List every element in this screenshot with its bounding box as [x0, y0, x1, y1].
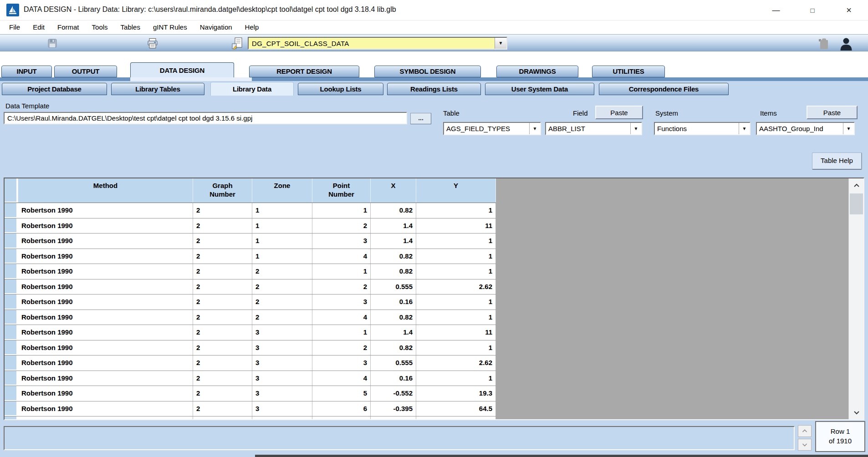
- cell-x[interactable]: 0.82: [371, 340, 416, 355]
- cell-zone[interactable]: 3: [252, 386, 312, 401]
- cell-zone[interactable]: 2: [252, 279, 312, 295]
- scroll-down-icon[interactable]: [849, 406, 864, 419]
- cell-method[interactable]: Robertson 1990: [18, 355, 193, 371]
- cell-point-number[interactable]: 3: [312, 234, 371, 249]
- scroll-up-icon[interactable]: [849, 178, 864, 192]
- table-dropdown[interactable]: AGS_FIELD_TYPES ▼: [443, 122, 541, 135]
- cell-method[interactable]: Robertson 1990: [18, 340, 193, 355]
- cell-graph-number[interactable]: 2: [193, 264, 252, 279]
- row-selector[interactable]: [5, 355, 18, 371]
- row-selector[interactable]: [5, 310, 18, 325]
- row-selector[interactable]: [5, 203, 18, 218]
- row-selector[interactable]: [5, 401, 18, 416]
- cell-method[interactable]: Robertson 1990: [18, 386, 193, 401]
- tab-symbol-design[interactable]: SYMBOL DESIGN: [374, 66, 481, 77]
- cell-y[interactable]: 11: [416, 325, 496, 340]
- cell-x[interactable]: 0.16: [371, 295, 416, 310]
- menu-item-tables[interactable]: Tables: [114, 21, 147, 34]
- maximize-button[interactable]: □: [800, 0, 825, 20]
- row-selector[interactable]: [5, 371, 18, 386]
- cell-zone[interactable]: 2: [252, 310, 312, 325]
- system-dropdown[interactable]: Functions ▼: [654, 122, 751, 135]
- table-help-button[interactable]: Table Help: [812, 152, 862, 170]
- chevron-down-icon[interactable]: ▼: [495, 38, 506, 49]
- close-button[interactable]: ×: [836, 0, 862, 20]
- cell-zone[interactable]: 1: [252, 218, 312, 234]
- menu-item-edit[interactable]: Edit: [26, 21, 51, 34]
- cell-point-number[interactable]: 2: [312, 218, 371, 234]
- subtab-user-system-data[interactable]: User System Data: [485, 83, 594, 95]
- cell-y[interactable]: [416, 416, 496, 419]
- row-selector[interactable]: [5, 340, 18, 355]
- cell-y[interactable]: 19.3: [416, 386, 496, 401]
- chevron-down-icon[interactable]: ▼: [843, 123, 854, 134]
- cell-graph-number[interactable]: 2: [193, 310, 252, 325]
- cell-method[interactable]: Robertson 1990: [18, 295, 193, 310]
- field-paste-button[interactable]: Paste: [595, 106, 643, 119]
- row-selector[interactable]: [5, 416, 18, 419]
- row-selector[interactable]: [5, 325, 18, 340]
- cell-point-number[interactable]: 6: [312, 401, 371, 416]
- print-icon[interactable]: [147, 37, 158, 51]
- chevron-down-icon[interactable]: ▼: [739, 123, 750, 134]
- cell-point-number[interactable]: 3: [312, 295, 371, 310]
- items-dropdown[interactable]: AASHTO_Group_Ind ▼: [756, 122, 855, 135]
- cell-y[interactable]: 64.5: [416, 401, 496, 416]
- cell-x[interactable]: 1.4: [371, 325, 416, 340]
- cell-method[interactable]: Robertson 1990: [18, 310, 193, 325]
- row-selector[interactable]: [5, 295, 18, 310]
- data-template-path-input[interactable]: [4, 112, 407, 124]
- field-dropdown[interactable]: ABBR_LIST ▼: [545, 122, 642, 135]
- scrollbar-thumb[interactable]: [850, 193, 863, 214]
- menu-item-navigation[interactable]: Navigation: [194, 21, 239, 34]
- cell-graph-number[interactable]: 2: [193, 249, 252, 264]
- cell-x[interactable]: 0.82: [371, 249, 416, 264]
- cell-x[interactable]: 0.555: [371, 279, 416, 295]
- cell-y[interactable]: 1: [416, 234, 496, 249]
- cell-graph-number[interactable]: 2: [193, 340, 252, 355]
- subtab-readings-lists[interactable]: Readings Lists: [387, 83, 481, 95]
- cell-x[interactable]: -0.395: [371, 401, 416, 416]
- cell-graph-number[interactable]: 2: [193, 218, 252, 234]
- cell-zone[interactable]: 3: [252, 401, 312, 416]
- cell-point-number[interactable]: 4: [312, 249, 371, 264]
- cell-point-number[interactable]: 2: [312, 279, 371, 295]
- subtab-correspondence-files[interactable]: Correspondence Files: [599, 83, 729, 95]
- cell-graph-number[interactable]: 2: [193, 401, 252, 416]
- chevron-down-icon[interactable]: ▼: [630, 123, 641, 134]
- cell-zone[interactable]: 2: [252, 264, 312, 279]
- cell-zone[interactable]: [252, 416, 312, 419]
- tab-data-design[interactable]: DATA DESIGN: [130, 62, 234, 77]
- user-icon[interactable]: [839, 36, 853, 52]
- cell-zone[interactable]: 1: [252, 203, 312, 218]
- cell-zone[interactable]: 3: [252, 371, 312, 386]
- vertical-scrollbar[interactable]: [848, 178, 863, 419]
- tab-utilities[interactable]: UTILITIES: [592, 66, 665, 77]
- tab-output[interactable]: OUTPUT: [54, 66, 117, 77]
- cell-zone[interactable]: 2: [252, 295, 312, 310]
- cell-point-number[interactable]: 1: [312, 203, 371, 218]
- chevron-down-icon[interactable]: ▼: [529, 123, 540, 134]
- cell-y[interactable]: 1: [416, 203, 496, 218]
- cell-y[interactable]: 2.62: [416, 279, 496, 295]
- subtab-lookup-lists[interactable]: Lookup Lists: [298, 83, 383, 95]
- cell-y[interactable]: 1: [416, 295, 496, 310]
- cell-graph-number[interactable]: 2: [193, 203, 252, 218]
- row-selector[interactable]: [5, 386, 18, 401]
- row-selector[interactable]: [5, 264, 18, 279]
- cell-graph-number[interactable]: 2: [193, 355, 252, 371]
- cell-x[interactable]: 0.82: [371, 203, 416, 218]
- cell-point-number[interactable]: 2: [312, 340, 371, 355]
- subtab-library-tables[interactable]: Library Tables: [111, 83, 204, 95]
- cell-method[interactable]: Robertson 1990: [18, 203, 193, 218]
- row-selector[interactable]: [5, 218, 18, 234]
- table-selector-combobox[interactable]: DG_CPT_SOIL_CLASS_DATA ▼: [248, 37, 507, 50]
- menu-item-tools[interactable]: Tools: [86, 21, 114, 34]
- subtab-library-data[interactable]: Library Data: [210, 82, 294, 96]
- cell-x[interactable]: 1.4: [371, 218, 416, 234]
- menu-item-format[interactable]: Format: [51, 21, 86, 34]
- cell-y[interactable]: 1: [416, 249, 496, 264]
- cell-y[interactable]: 1: [416, 371, 496, 386]
- minimize-button[interactable]: —: [763, 0, 789, 20]
- cell-method[interactable]: Robertson 1990: [18, 325, 193, 340]
